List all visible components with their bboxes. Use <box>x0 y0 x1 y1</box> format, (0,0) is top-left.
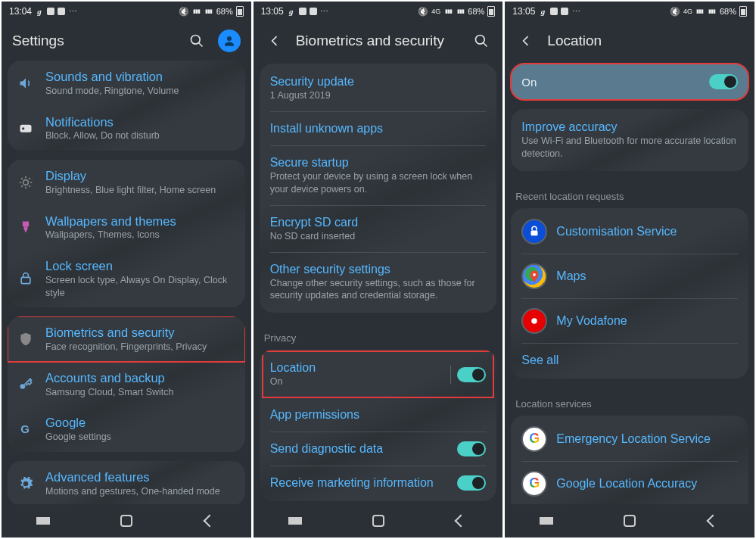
improve-accuracy-row[interactable]: Improve accuracy Use Wi-Fi and Bluetooth… <box>514 111 745 170</box>
mute-icon <box>670 6 680 17</box>
settings-row-notifications[interactable]: NotificationsBlock, Allow, Do not distur… <box>8 106 245 151</box>
nav-back[interactable] <box>442 516 480 525</box>
search-button[interactable] <box>471 30 492 51</box>
app-indicator-icon: g <box>538 7 547 16</box>
row-other-security-settings[interactable]: Other security settingsChange other secu… <box>263 253 494 312</box>
account-avatar[interactable] <box>218 30 241 52</box>
settings-row-accounts-and-backup[interactable]: Accounts and backupSamsung Cloud, Smart … <box>8 362 245 407</box>
row-title: Security update <box>270 74 487 89</box>
row-subtitle: Screen lock type, Always On Display, Clo… <box>45 274 236 300</box>
notif-icon <box>561 8 568 15</box>
toggle[interactable] <box>457 367 486 382</box>
see-all-row[interactable]: See all <box>514 344 745 377</box>
row-title: Lock screen <box>45 258 236 274</box>
app-indicator-icon: g <box>287 7 296 16</box>
phone-biometrics: 13:05 g ⋯ 4G 68% Biometrics and security <box>254 2 503 537</box>
settings-row-google[interactable]: GGoogleGoogle settings <box>8 407 245 452</box>
svg-line-10 <box>484 43 487 47</box>
section-label-services: Location services <box>511 388 748 416</box>
svg-point-7 <box>20 384 26 389</box>
notif-icon <box>15 120 36 136</box>
signal-icon <box>456 7 465 16</box>
see-all-label: See all <box>521 353 738 368</box>
toggle[interactable] <box>457 441 486 456</box>
row-secure-startup[interactable]: Secure startupProtect your device by usi… <box>263 146 494 205</box>
nav-back[interactable] <box>191 516 229 525</box>
row-title: Sounds and vibration <box>45 69 236 85</box>
settings-list: Sounds and vibrationSound mode, Ringtone… <box>2 61 251 504</box>
settings-row-wallpapers-and-themes[interactable]: Wallpapers and themesWallpapers, Themes,… <box>8 205 245 251</box>
row-install-unknown-apps[interactable]: Install unknown apps <box>263 112 494 145</box>
security-list: Security update1 August 2019Install unkn… <box>254 61 503 504</box>
nav-back[interactable] <box>694 516 732 525</box>
phone-settings: 13:04 g ⋯ 68% Settings Sound <box>2 2 251 537</box>
location-toggle[interactable] <box>709 74 738 89</box>
phone-location: 13:05 g ⋯ 4G 68% Location On <box>505 2 754 537</box>
row-subtitle: Google settings <box>45 431 236 444</box>
svg-point-12 <box>533 273 536 276</box>
location-master-toggle-row[interactable]: On <box>511 64 748 100</box>
separator <box>450 366 451 384</box>
security-group: Security update1 August 2019Install unkn… <box>260 64 497 313</box>
row-title: Encrypt SD card <box>270 215 487 230</box>
search-button[interactable] <box>186 30 207 51</box>
row-title: Receive marketing information <box>270 475 449 491</box>
nav-bar <box>2 504 251 537</box>
battery-text: 68% <box>720 7 736 16</box>
row-subtitle: Brightness, Blue light filter, Home scre… <box>45 184 236 197</box>
recent-app-my-vodafone[interactable]: My Vodafone <box>514 299 745 343</box>
app-name: Customisation Service <box>556 224 738 239</box>
battery-text: 68% <box>468 7 484 16</box>
settings-group: Biometrics and securityFace recognition,… <box>8 316 245 452</box>
row-subtitle: Protect your device by using a screen lo… <box>270 170 487 196</box>
more-icon: ⋯ <box>571 7 580 16</box>
svg-text:G: G <box>20 422 30 435</box>
row-receive-marketing-information[interactable]: Receive marketing information <box>263 466 494 500</box>
settings-row-sounds-and-vibration[interactable]: Sounds and vibrationSound mode, Ringtone… <box>8 61 245 106</box>
recent-app-customisation-service[interactable]: Customisation Service <box>514 210 745 254</box>
more-icon: ⋯ <box>68 7 77 16</box>
row-send-diagnostic-data[interactable]: Send diagnostic data <box>263 432 494 466</box>
app-icon <box>521 308 547 334</box>
row-location[interactable]: LocationOn <box>263 351 494 397</box>
row-security-update[interactable]: Security update1 August 2019 <box>263 65 494 111</box>
row-encrypt-sd-card[interactable]: Encrypt SD cardNo SD card inserted <box>263 206 494 252</box>
row-title: Install unknown apps <box>270 121 487 136</box>
improve-accuracy-group: Improve accuracy Use Wi-Fi and Bluetooth… <box>511 109 748 171</box>
google-icon: G <box>521 471 547 497</box>
volume-icon <box>15 76 36 91</box>
settings-row-biometrics-and-security[interactable]: Biometrics and securityFace recognition,… <box>8 316 245 362</box>
nav-recents[interactable] <box>276 517 314 525</box>
nav-recents[interactable] <box>527 517 565 525</box>
status-bar: 13:05 g ⋯ 4G 68% <box>505 2 754 21</box>
row-title: Wallpapers and themes <box>45 213 236 229</box>
nav-recents[interactable] <box>24 517 62 525</box>
toggle[interactable] <box>457 475 486 491</box>
settings-row-lock-screen[interactable]: Lock screenScreen lock type, Always On D… <box>8 250 245 307</box>
nav-home[interactable] <box>359 515 397 527</box>
settings-row-display[interactable]: DisplayBrightness, Blue light filter, Ho… <box>8 160 245 205</box>
row-subtitle: On <box>270 375 442 388</box>
signal-icon <box>708 7 717 16</box>
row-title: Other security settings <box>270 262 487 277</box>
app-indicator-icon: g <box>35 7 44 16</box>
g-icon: G <box>15 422 36 437</box>
back-button[interactable] <box>264 30 285 51</box>
service-google-location-accuracy[interactable]: GGoogle Location Accuracy <box>514 462 745 504</box>
mute-icon <box>418 6 428 17</box>
gear-icon <box>15 476 36 491</box>
settings-row-advanced-features[interactable]: Advanced featuresMotions and gestures, O… <box>8 461 245 504</box>
row-subtitle: 1 August 2019 <box>270 89 487 102</box>
recent-app-maps[interactable]: Maps <box>514 254 745 298</box>
signal-icon <box>695 7 705 16</box>
nav-home[interactable] <box>611 515 649 527</box>
row-title: App permissions <box>270 407 487 422</box>
notif-icon <box>310 8 317 15</box>
page-title: Biometrics and security <box>296 33 461 49</box>
nav-home[interactable] <box>107 515 145 527</box>
service-emergency-location-service[interactable]: GEmergency Location Service <box>514 417 745 461</box>
battery-icon <box>487 6 495 17</box>
row-app-permissions[interactable]: App permissions <box>263 398 494 432</box>
service-name: Emergency Location Service <box>556 432 738 447</box>
back-button[interactable] <box>515 30 537 51</box>
